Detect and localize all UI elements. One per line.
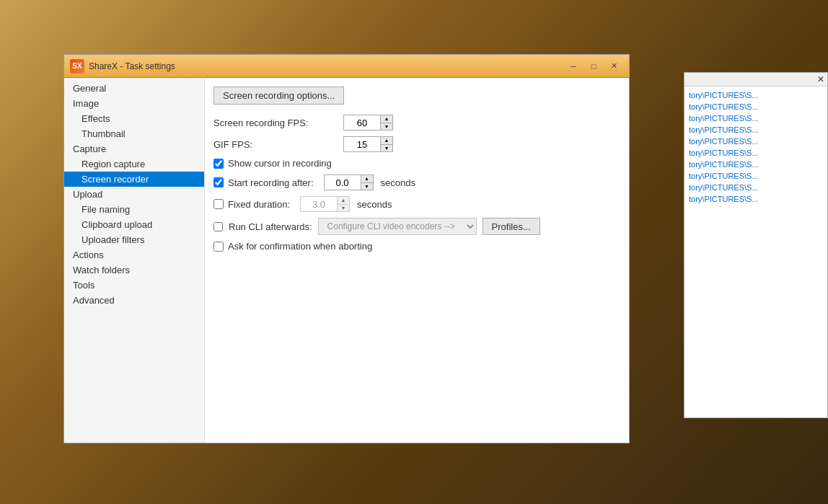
right-panel-item[interactable]: tory\PICTURES\S... (684, 112, 827, 124)
right-file-panel: ✕ tory\PICTURES\S...tory\PICTURES\S...to… (684, 72, 828, 418)
app-icon-label: SX (72, 62, 82, 70)
sidebar-item-general[interactable]: General (64, 81, 204, 96)
right-panel-item[interactable]: tory\PICTURES\S... (684, 101, 827, 112)
start-recording-input[interactable] (325, 175, 361, 190)
gif-fps-label: GIF FPS: (213, 139, 343, 150)
fixed-duration-row: Fixed duration: ▲ ▼ seconds (213, 196, 620, 212)
sidebar-item-advanced[interactable]: Advanced (64, 293, 204, 308)
close-button[interactable]: ✕ (604, 59, 623, 74)
fps-input[interactable] (344, 115, 380, 130)
fps-down-btn[interactable]: ▼ (381, 123, 392, 130)
right-panel-item[interactable]: tory\PICTURES\S... (684, 193, 827, 205)
main-panel: Screen recording options... Screen recor… (205, 78, 629, 443)
main-window: SX ShareX - Task settings ─ □ ✕ GeneralI… (63, 54, 630, 443)
right-panel-item[interactable]: tory\PICTURES\S... (684, 170, 827, 182)
gif-fps-row: GIF FPS: ▲ ▼ (213, 136, 620, 152)
run-cli-row: Run CLI afterwards: Configure CLI video … (213, 218, 620, 235)
start-seconds-label: seconds (381, 177, 415, 188)
sidebar-item-image[interactable]: Image (64, 96, 204, 111)
fixed-duration-down-btn[interactable]: ▼ (338, 204, 349, 211)
sidebar-item-clipboard-upload[interactable]: Clipboard upload (64, 217, 204, 232)
fixed-duration-input[interactable] (301, 197, 337, 211)
ask-confirmation-row: Ask for confirmation when aborting (213, 241, 620, 252)
right-panel-item[interactable]: tory\PICTURES\S... (684, 147, 827, 159)
show-cursor-label: Show cursor in recording (228, 158, 332, 169)
fixed-duration-spinner[interactable]: ▲ ▼ (300, 196, 350, 212)
gif-fps-up-btn[interactable]: ▲ (381, 137, 392, 144)
start-recording-up-btn[interactable]: ▲ (361, 175, 373, 182)
start-recording-row: Start recording after: ▲ ▼ seconds (213, 174, 620, 190)
fps-row: Screen recording FPS: ▲ ▼ (213, 115, 620, 131)
sidebar-item-thumbnail[interactable]: Thumbnail (64, 126, 204, 141)
start-recording-spinner[interactable]: ▲ ▼ (324, 174, 374, 190)
sidebar-item-watch-folders[interactable]: Watch folders (64, 262, 204, 278)
fps-label: Screen recording FPS: (213, 118, 343, 128)
title-bar-left: SX ShareX - Task settings (70, 59, 175, 74)
right-panel-close-btn[interactable]: ✕ (817, 74, 824, 84)
gif-fps-spinner[interactable]: ▲ ▼ (343, 136, 393, 152)
sidebar-item-capture[interactable]: Capture (64, 141, 204, 156)
ask-confirmation-label: Ask for confirmation when aborting (228, 241, 372, 252)
right-panel-item[interactable]: tory\PICTURES\S... (684, 136, 827, 147)
fps-spinner[interactable]: ▲ ▼ (343, 115, 393, 131)
sidebar-item-region-capture[interactable]: Region capture (64, 156, 204, 172)
app-icon: SX (70, 59, 84, 74)
screen-recording-options-button[interactable]: Screen recording options... (213, 87, 344, 105)
cli-video-encoders-dropdown[interactable]: Configure CLI video encoders --> (318, 218, 477, 235)
show-cursor-row: Show cursor in recording (213, 158, 620, 169)
ask-confirmation-checkbox[interactable] (213, 242, 224, 252)
right-panel-item[interactable]: tory\PICTURES\S... (684, 89, 827, 101)
sidebar-item-screen-recorder[interactable]: Screen recorder (64, 172, 204, 187)
fixed-duration-checkbox[interactable] (213, 199, 224, 209)
minimize-button[interactable]: ─ (564, 59, 583, 74)
sidebar-item-upload[interactable]: Upload (64, 187, 204, 202)
right-panel-item[interactable]: tory\PICTURES\S... (684, 124, 827, 136)
fixed-duration-label: Fixed duration: (228, 199, 290, 210)
sidebar: GeneralImageEffectsThumbnailCaptureRegio… (64, 78, 205, 443)
fixed-duration-up-btn[interactable]: ▲ (338, 197, 349, 204)
content-area: GeneralImageEffectsThumbnailCaptureRegio… (64, 78, 629, 443)
show-cursor-checkbox[interactable] (213, 159, 224, 169)
right-panel-list: tory\PICTURES\S...tory\PICTURES\S...tory… (684, 87, 827, 208)
title-controls: ─ □ ✕ (564, 59, 623, 74)
gif-fps-input[interactable] (344, 137, 380, 151)
sidebar-item-uploader-filters[interactable]: Uploader filters (64, 232, 204, 247)
fixed-seconds-label: seconds (357, 199, 392, 210)
sidebar-item-file-naming[interactable]: File naming (64, 202, 204, 217)
sidebar-item-effects[interactable]: Effects (64, 111, 204, 126)
right-panel-item[interactable]: tory\PICTURES\S... (684, 182, 827, 193)
start-recording-down-btn[interactable]: ▼ (361, 182, 373, 190)
gif-fps-down-btn[interactable]: ▼ (381, 144, 392, 151)
start-recording-label: Start recording after: (228, 177, 314, 188)
sidebar-item-tools[interactable]: Tools (64, 278, 204, 293)
run-cli-checkbox[interactable] (213, 222, 223, 231)
run-cli-label: Run CLI afterwards: (229, 221, 312, 232)
title-bar: SX ShareX - Task settings ─ □ ✕ (64, 55, 629, 78)
profiles-button[interactable]: Profiles... (483, 218, 540, 235)
right-panel-item[interactable]: tory\PICTURES\S... (684, 159, 827, 170)
right-panel-title-bar: ✕ (684, 73, 827, 87)
window-title: ShareX - Task settings (89, 61, 175, 71)
fps-up-btn[interactable]: ▲ (381, 115, 392, 123)
sidebar-item-actions[interactable]: Actions (64, 247, 204, 262)
start-recording-checkbox[interactable] (213, 177, 224, 187)
maximize-button[interactable]: □ (584, 59, 603, 74)
